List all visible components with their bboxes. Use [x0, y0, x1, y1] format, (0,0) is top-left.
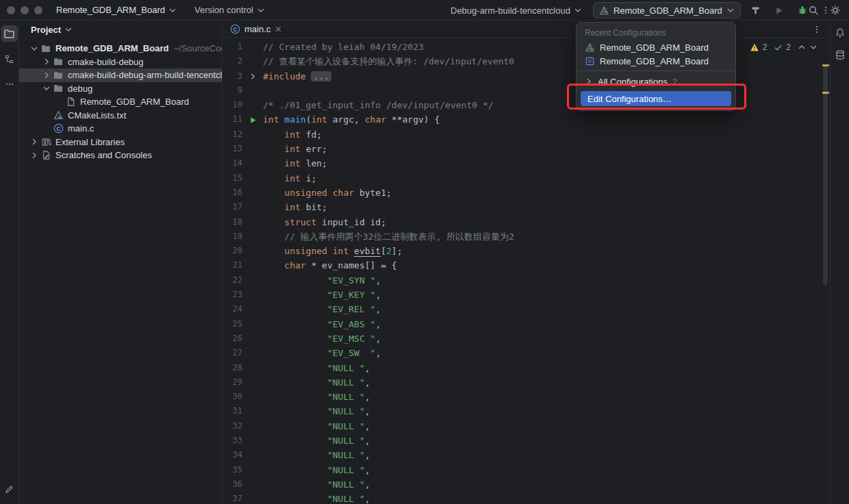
editor-area: C main.c 1// Created by leiah 04/19/2023… — [223, 21, 830, 504]
line-number[interactable]: 17 — [223, 200, 242, 214]
tree-item-cmake-build-debug-arm-build-tencentclou[interactable]: cmake-build-debug-arm-build-tencentclou — [19, 68, 222, 82]
line-number[interactable]: 24 — [223, 302, 242, 316]
project-panel-header[interactable]: Project — [19, 21, 222, 38]
code-line: 35 "NULL ", — [223, 463, 830, 477]
gutter-spacer — [242, 229, 263, 244]
line-number[interactable]: 33 — [223, 433, 242, 448]
tree-item-remote-gdb-arm-board[interactable]: Remote_GDB_ARM_Board~/SourceCodeOffli — [19, 42, 222, 55]
line-number[interactable]: 11 — [223, 112, 242, 127]
code-editor[interactable]: 1// Created by leiah 04/19/20232// 查看某个输… — [223, 38, 830, 504]
recent-config-item[interactable]: Remote_GDB_ARM_Board — [576, 40, 735, 54]
code-token: ]; — [392, 246, 403, 256]
bottom-left-tool-button[interactable] — [1, 481, 18, 497]
database-toolwindow-button[interactable] — [832, 47, 848, 63]
tree-item-main-c[interactable]: Cmain.c — [19, 122, 222, 136]
line-number[interactable]: 16 — [223, 186, 242, 200]
code-token: "NULL " — [327, 421, 365, 431]
window-zoom-button[interactable] — [34, 6, 42, 14]
tree-item-scratches-and-consoles[interactable]: Scratches and Consoles — [19, 149, 222, 162]
line-number[interactable]: 14 — [223, 156, 242, 171]
line-number[interactable]: 28 — [223, 361, 242, 375]
line-number[interactable]: 29 — [223, 375, 242, 390]
line-number[interactable]: 30 — [223, 390, 242, 404]
tab-close-button[interactable] — [275, 25, 282, 33]
structure-toolwindow-button[interactable] — [1, 51, 18, 67]
code-token: * ev_names[] = { — [311, 260, 396, 270]
tree-item-remote-gdb-arm-board[interactable]: Remote_GDB_ARM_Board — [19, 95, 222, 109]
notifications-button[interactable] — [832, 25, 848, 41]
code-token: main — [284, 114, 305, 125]
line-number[interactable]: 12 — [223, 127, 242, 142]
project-toolwindow-button[interactable] — [1, 25, 18, 42]
code-token: , — [365, 421, 370, 431]
tree-item-debug[interactable]: debug — [19, 82, 222, 96]
tab-main-c[interactable]: C main.c — [223, 21, 289, 38]
folder-icon — [52, 70, 64, 81]
settings-button[interactable] — [827, 2, 844, 18]
chevron-right-icon[interactable] — [41, 70, 52, 81]
window-close-button[interactable] — [7, 6, 15, 14]
line-number[interactable]: 31 — [223, 404, 242, 418]
tree-item-cmakelists-txt[interactable]: CMakeLists.txt — [19, 109, 222, 123]
run-line-icon[interactable] — [242, 112, 263, 127]
line-number[interactable]: 35 — [223, 463, 242, 477]
line-number[interactable]: 25 — [223, 317, 242, 331]
code-text: int main(int argc, char **argv) { — [263, 112, 830, 127]
line-number[interactable]: 21 — [223, 258, 242, 273]
chevron-right-icon[interactable] — [29, 150, 40, 161]
cmake-profile-selector[interactable]: Debug-arm-build-tencentcloud — [446, 2, 586, 18]
run-button[interactable] — [771, 2, 787, 18]
folder-icon — [52, 56, 64, 67]
tree-item-external-libraries[interactable]: External Libraries — [19, 136, 222, 149]
line-number[interactable]: 19 — [223, 229, 242, 244]
line-number[interactable]: 20 — [223, 244, 242, 258]
code-text: "NULL ", — [263, 404, 830, 418]
more-toolwindows-button[interactable] — [1, 76, 18, 92]
all-configurations-item[interactable]: All Configurations 2 — [576, 75, 735, 88]
tree-item-cmake-build-debug[interactable]: cmake-build-debug — [19, 55, 222, 69]
line-number[interactable]: 2 — [223, 54, 242, 68]
line-number[interactable]: 1 — [223, 40, 242, 54]
chevron-right-icon[interactable] — [29, 136, 40, 147]
search-button[interactable] — [805, 2, 822, 18]
line-number[interactable]: 18 — [223, 215, 242, 229]
inspections-widget[interactable]: 2 2 — [750, 42, 818, 52]
next-problem-button[interactable] — [809, 43, 818, 51]
line-number[interactable]: 36 — [223, 477, 242, 492]
line-number[interactable]: 13 — [223, 142, 242, 156]
gutter-spacer — [242, 40, 263, 54]
all-configurations-label: All Configurations — [598, 77, 668, 87]
code-token: "EV_SYN " — [327, 275, 375, 286]
editor-scrollbar[interactable] — [823, 66, 828, 285]
popup-separator — [576, 71, 735, 71]
build-button[interactable] — [748, 2, 764, 18]
prev-problem-button[interactable] — [798, 43, 806, 51]
line-number[interactable]: 3 — [223, 69, 242, 84]
code-token: "NULL " — [327, 494, 365, 504]
code-line: 34 "NULL ", — [223, 448, 830, 462]
chevron-right-icon[interactable] — [41, 56, 52, 67]
project-selector[interactable]: Remote_GDB_ARM_Board — [52, 2, 181, 18]
recent-config-list: Remote_GDB_ARM_BoardRemote_GDB_ARM_Board — [576, 40, 735, 68]
line-number[interactable]: 22 — [223, 273, 242, 288]
window-minimize-button[interactable] — [21, 6, 29, 14]
version-control-selector[interactable]: Version control — [190, 2, 269, 18]
line-number[interactable]: 26 — [223, 331, 242, 346]
line-number[interactable]: 10 — [223, 98, 242, 112]
tab-options-button[interactable] — [812, 21, 822, 38]
line-number[interactable]: 32 — [223, 419, 242, 433]
line-number[interactable]: 9 — [223, 84, 242, 98]
code-token: , — [375, 290, 381, 300]
chevron-down-icon[interactable] — [41, 83, 52, 94]
line-number[interactable]: 27 — [223, 346, 242, 360]
fold-arrow-icon[interactable] — [242, 69, 263, 84]
line-number[interactable]: 15 — [223, 171, 242, 186]
edit-configurations-item[interactable]: Edit Configurations… — [581, 91, 731, 106]
line-number[interactable]: 23 — [223, 288, 242, 302]
chevron-down-icon[interactable] — [29, 43, 40, 54]
line-number[interactable]: 34 — [223, 448, 242, 462]
recent-config-item[interactable]: Remote_GDB_ARM_Board — [576, 54, 735, 68]
run-config-selector[interactable]: Remote_GDB_ARM_Board — [593, 2, 741, 18]
line-number[interactable]: 37 — [223, 492, 242, 504]
chevron-right-icon — [585, 77, 593, 86]
